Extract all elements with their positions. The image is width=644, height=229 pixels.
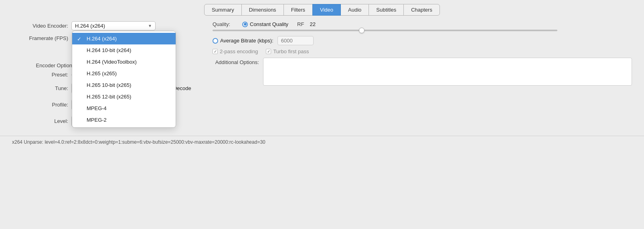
tune-label: Tune:: [12, 85, 68, 91]
dropdown-item-h265-10bit[interactable]: H.265 10-bit (x265): [72, 79, 176, 91]
tab-dimensions[interactable]: Dimensions: [241, 4, 284, 16]
constant-quality-text: Constant Quality: [250, 21, 288, 27]
right-panel: Quality: Constant Quality RF 22: [188, 21, 632, 54]
tab-video[interactable]: Video: [312, 4, 341, 16]
turbo-first-pass-label[interactable]: ✓ Turbo first pass: [266, 48, 309, 54]
bitrate-row: Average Bitrate (kbps):: [213, 36, 632, 45]
quality-row: Quality: Constant Quality RF 22: [213, 21, 632, 27]
additional-options-label: Additional Options:: [215, 58, 259, 65]
quality-label: Quality:: [213, 21, 237, 27]
tab-summary[interactable]: Summary: [204, 4, 242, 16]
app-window: Summary Dimensions Filters Video Audio S…: [0, 0, 644, 229]
encoder-dropdown-menu: ✓ H.264 (x264) H.264 10-bit (x264) H.264…: [72, 31, 176, 128]
checkmark-icon: ✓: [77, 36, 81, 42]
left-panel: Video Encoder: H.264 (x264) ▼ ✓ H.264 (x…: [12, 21, 188, 43]
video-encoder-row: Video Encoder: H.264 (x264) ▼ ✓ H.264 (x…: [12, 21, 188, 30]
encoder-options-label: Encoder Options:: [12, 60, 76, 68]
quality-slider[interactable]: [213, 30, 557, 31]
selected-encoder-label: H.264 (x264): [75, 23, 105, 29]
profile-label: Profile:: [12, 102, 68, 108]
average-bitrate-label: Average Bitrate (kbps):: [220, 38, 273, 44]
unparse-line: x264 Unparse: level=4.0:ref=2:8x8dct=0:w…: [0, 136, 644, 148]
top-row: Video Encoder: H.264 (x264) ▼ ✓ H.264 (x…: [12, 21, 632, 54]
two-pass-checkbox[interactable]: ✓: [213, 49, 218, 54]
additional-options-section: Additional Options:: [191, 58, 632, 129]
two-pass-text: 2-pass encoding: [220, 48, 258, 54]
video-encoder-dropdown[interactable]: H.264 (x264) ▼ ✓ H.264 (x264) H.264 10-b…: [71, 21, 156, 30]
tab-audio[interactable]: Audio: [340, 4, 369, 16]
turbo-first-pass-checkbox[interactable]: ✓: [266, 49, 271, 54]
additional-options-textarea[interactable]: [263, 58, 632, 86]
main-content: Video Encoder: H.264 (x264) ▼ ✓ H.264 (x…: [0, 21, 644, 129]
tab-bar: Summary Dimensions Filters Video Audio S…: [0, 0, 644, 16]
dropdown-item-mpeg4[interactable]: MPEG-4: [72, 102, 176, 114]
average-bitrate-radio[interactable]: Average Bitrate (kbps):: [213, 38, 273, 44]
dropdown-item-h264-10bit[interactable]: H.264 10-bit (x264): [72, 44, 176, 56]
dropdown-item-mpeg2[interactable]: MPEG-2: [72, 114, 176, 126]
tab-chapters[interactable]: Chapters: [403, 4, 440, 16]
video-encoder-label: Video Encoder:: [12, 23, 68, 29]
tab-filters[interactable]: Filters: [284, 4, 313, 16]
dropdown-item-h264[interactable]: ✓ H.264 (x264): [72, 33, 176, 44]
unparse-text: x264 Unparse: level=4.0:ref=2:8x8dct=0:w…: [12, 139, 265, 145]
constant-quality-radio[interactable]: Constant Quality: [242, 21, 288, 27]
average-bitrate-radio-btn[interactable]: [213, 38, 218, 44]
framerate-label: Framerate (FPS): [12, 35, 68, 41]
quality-slider-row: [213, 30, 632, 31]
dropdown-item-h264-vt[interactable]: H.264 (VideoToolbox): [72, 56, 176, 68]
level-label: Level:: [12, 118, 68, 124]
constant-quality-radio-btn[interactable]: [242, 22, 248, 27]
turbo-first-pass-text: Turbo first pass: [273, 48, 309, 54]
preset-label: Preset:: [12, 72, 68, 78]
rf-value: 22: [310, 21, 315, 27]
dropdown-item-h265[interactable]: H.265 (x265): [72, 68, 176, 79]
pass-encoding-row: ✓ 2-pass encoding ✓ Turbo first pass: [213, 48, 632, 54]
dropdown-item-h265-12bit[interactable]: H.265 12-bit (x265): [72, 91, 176, 102]
tab-subtitles[interactable]: Subtitles: [369, 4, 404, 16]
two-pass-label[interactable]: ✓ 2-pass encoding: [213, 48, 258, 54]
bitrate-input[interactable]: [277, 36, 314, 45]
rf-label: RF: [297, 21, 304, 27]
dropdown-arrow-icon: ▼: [148, 24, 152, 28]
